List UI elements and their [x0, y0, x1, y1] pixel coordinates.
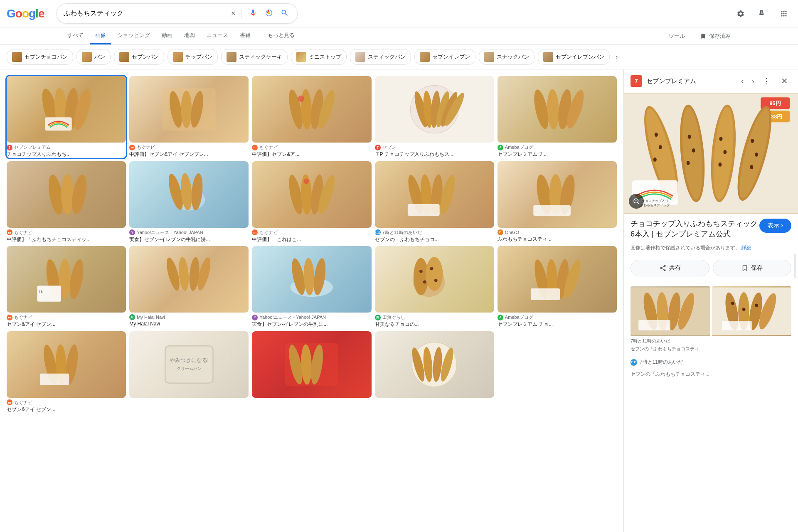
item-title-r1c3: 中評価】セブン&ア... — [252, 151, 371, 158]
tab-books[interactable]: 書籍 — [235, 27, 256, 44]
filter-chip-9[interactable]: スナックパン — [479, 49, 534, 65]
image-item-r1c4[interactable]: 7 セブン ７P チョコチップ入りふわもちス... — [375, 76, 494, 158]
filter-chip-3[interactable]: セブンパン — [114, 49, 164, 65]
search-button[interactable] — [279, 7, 291, 20]
item-source-r3c5: A Amebaブログ — [498, 314, 617, 320]
filter-chip-1[interactable]: セブンチョコパン — [7, 49, 73, 65]
gear-icon — [736, 10, 745, 18]
svg-point-11 — [181, 91, 192, 128]
item-title-r2c5: ふわもちチョコスティ... — [498, 236, 617, 243]
tools-button[interactable]: ツール — [664, 28, 690, 44]
svg-point-101 — [653, 158, 657, 162]
tab-all[interactable]: すべて — [62, 27, 89, 44]
svg-point-66 — [426, 257, 443, 291]
svg-rect-49 — [533, 205, 571, 216]
bread-thumb-r1c3 — [264, 83, 360, 136]
chips-next-button[interactable]: › — [613, 51, 620, 63]
svg-rect-53 — [37, 286, 61, 302]
google-logo[interactable]: Google — [7, 7, 44, 20]
header: Google ふわもちスティック × G — [0, 0, 798, 27]
related-caption-sub1: セブンの「ふわもちチョコスティ... — [631, 346, 710, 352]
panel-prev-button[interactable]: ‹ — [738, 75, 747, 87]
image-item-r1c5[interactable]: A Amebaブログ セブンプレミアム チ... — [498, 76, 617, 158]
image-item-r2c3[interactable]: m もぐナビ 中評価】「これはこ... — [252, 161, 371, 243]
panel-related-title: セブンの「ふわもちチョコスティ... — [624, 371, 798, 383]
image-item-r1c3[interactable]: m もぐナビ 中評価】セブン&ア... — [252, 76, 371, 158]
panel-close-button[interactable]: ✕ — [778, 74, 791, 88]
lens-small-icon — [633, 197, 640, 205]
image-item-r2c4[interactable]: 7:11 7時と11時のあいだ セブンの「ふわもちチョコ... — [375, 161, 494, 243]
image-item-r3c3[interactable]: Y Yahoo!ニュース - Yahoo! JAPAN 実食】セブン-イレブンの… — [252, 246, 371, 328]
tab-maps[interactable]: 地図 — [179, 27, 200, 44]
settings-button[interactable] — [733, 6, 748, 21]
image-item-r2c1[interactable]: m もぐナビ 中評価】「ふわもちチョコスティッ... — [7, 161, 126, 243]
svg-text:チョコチップ入り: チョコチップ入り — [642, 199, 668, 203]
chip-label-7: スティックパン — [368, 53, 406, 61]
saved-label: 保存済み — [709, 32, 731, 40]
item-source-r2c5: O OniGO — [498, 229, 617, 235]
saved-button[interactable]: 保存済み — [695, 30, 736, 42]
filter-chip-10[interactable]: セブンイレブンパン — [538, 49, 610, 65]
panel-more-button[interactable]: ⋮ — [759, 75, 773, 87]
item-title-r1c4: ７P チョコチップ入りふわもちス... — [375, 151, 494, 158]
image-item-r4c4[interactable] — [375, 331, 494, 413]
image-item-r4c3[interactable] — [252, 331, 371, 413]
image-item-r3c1[interactable]: 7&i m もぐナビ セブン&アイ セブン... — [7, 246, 126, 328]
image-item-r2c2[interactable]: Y Yahoo!ニュース - Yahoo! JAPAN 実食】セブン-イレブンの… — [129, 161, 249, 243]
filter-chip-8[interactable]: セブンイレブン — [414, 49, 475, 65]
apps-button[interactable] — [776, 6, 791, 21]
image-item-r2c5[interactable]: O OniGO ふわもちチョコスティ... — [498, 161, 617, 243]
image-search-button[interactable]: G — [263, 7, 275, 20]
tab-images[interactable]: 画像 — [90, 27, 111, 44]
panel-source-logo: 7 — [631, 75, 642, 87]
image-item-r3c4[interactable]: 田 田無ぐらし 甘美なるチョコの... — [375, 246, 494, 328]
image-item-r1c2[interactable]: m もぐナビ 中評価】セブン&アイ セブンプレ... — [129, 76, 249, 158]
svg-point-99 — [655, 133, 658, 137]
related-thumb-1 — [631, 286, 710, 336]
image-item-r4c2[interactable]: やみつきになる! クリームパン — [129, 331, 249, 413]
chip-label-9: スナックパン — [497, 53, 529, 61]
clear-button[interactable]: × — [231, 9, 236, 18]
panel-view-button[interactable]: 表示 › — [759, 219, 791, 233]
chip-label-6: ミニストップ — [309, 53, 341, 61]
filter-chip-2[interactable]: パン — [76, 49, 111, 65]
tab-video[interactable]: 動画 — [157, 27, 177, 44]
filter-chip-4[interactable]: チップパン — [167, 49, 218, 65]
svg-text:7&i: 7&i — [39, 290, 43, 293]
item-source-r1c3: m もぐナビ — [252, 144, 371, 150]
save-button[interactable]: 保存 — [713, 260, 792, 276]
filter-chip-5[interactable]: スティックケーキ — [221, 49, 288, 65]
panel-nav-buttons: ‹ › ⋮ — [738, 75, 773, 87]
lens-search-button[interactable] — [629, 194, 644, 209]
image-item-r1c1[interactable]: 7 セブンプレミアム チョコチップ入りふわもち... — [7, 76, 126, 158]
labs-button[interactable] — [755, 6, 770, 21]
item-source-r2c2: Y Yahoo!ニュース - Yahoo! JAPAN — [129, 229, 249, 236]
copyright-details-link[interactable]: 詳細 — [741, 245, 751, 251]
panel-next-button[interactable]: › — [749, 75, 758, 87]
svg-rect-80 — [165, 346, 213, 383]
filter-chip-7[interactable]: スティックパン — [350, 49, 411, 65]
bread-thumb-r2c2 — [141, 168, 237, 221]
tab-shopping[interactable]: ショッピング — [113, 27, 155, 44]
image-item-r3c2[interactable]: H My Halal Navi My Halal Navi — [129, 246, 249, 328]
voice-search-button[interactable] — [247, 7, 259, 20]
related-item-1[interactable]: 7時と11時のあいだ セブンの「ふわもちチョコスティ... — [631, 286, 710, 352]
svg-point-100 — [659, 145, 662, 149]
filter-chip-6[interactable]: ミニストップ — [291, 49, 347, 65]
panel-title-row: チョコチップ入りふわもちスティック 6本入 | セブンプレミアム公式 表示 › — [624, 214, 798, 241]
bread-thumb-r3c1: 7&i — [19, 253, 114, 306]
header-icons — [733, 6, 791, 21]
svg-point-111 — [718, 163, 722, 167]
search-input[interactable]: ふわもちスティック — [64, 10, 227, 17]
image-item-r4c1[interactable]: m もぐナビ セブン&アイ セブン... — [7, 331, 126, 413]
tab-more[interactable]: ：もっと見る — [257, 27, 300, 44]
item-title-r2c3: 中評価】「これはこ... — [252, 236, 371, 243]
share-button[interactable]: 共有 — [631, 260, 709, 276]
image-grid-row4: m もぐナビ セブン&アイ セブン... やみつきになる! クリームパン — [7, 331, 617, 413]
bread-thumb-r1c5 — [510, 83, 605, 136]
svg-text:ふわもちスティック: ふわもちスティック — [640, 203, 670, 207]
item-source-r3c1: m もぐナビ — [7, 314, 126, 320]
image-item-r3c5[interactable]: A Amebaブログ セブンプレミアム チョ... — [498, 246, 617, 328]
tab-news[interactable]: ニュース — [202, 27, 233, 44]
related-item-2[interactable] — [712, 286, 792, 352]
